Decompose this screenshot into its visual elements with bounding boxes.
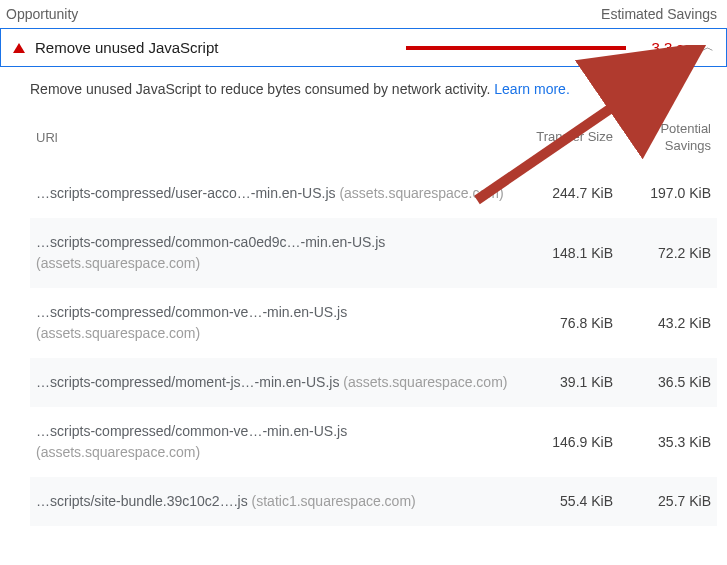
description-text: Remove unused JavaScript to reduce bytes… (30, 81, 494, 97)
resource-url: …scripts-compressed/moment-js…-min.en-US… (36, 372, 515, 393)
table-header: URl Transfer Size Potential Savings (30, 113, 717, 169)
transfer-size: 55.4 KiB (523, 493, 613, 509)
chevron-up-icon[interactable]: ︿ (702, 39, 714, 56)
warning-triangle-icon (13, 43, 25, 53)
resource-url: …scripts/site-bundle.39c10c2….js (static… (36, 491, 515, 512)
savings-bar (406, 46, 626, 50)
table-row[interactable]: …scripts/site-bundle.39c10c2….js (static… (30, 477, 717, 526)
resources-table: URl Transfer Size Potential Savings …scr… (0, 113, 727, 526)
audit-description: Remove unused JavaScript to reduce bytes… (0, 67, 727, 113)
transfer-size: 146.9 KiB (523, 434, 613, 450)
transfer-size: 148.1 KiB (523, 245, 613, 261)
savings-bar-wrap (228, 46, 634, 50)
resource-url: …scripts-compressed/common-ca0ed9c…-min.… (36, 232, 515, 274)
potential-savings: 197.0 KiB (621, 185, 711, 201)
transfer-size: 244.7 KiB (523, 185, 613, 201)
transfer-size: 39.1 KiB (523, 374, 613, 390)
table-row[interactable]: …scripts-compressed/common-ve…-min.en-US… (30, 288, 717, 358)
potential-savings: 25.7 KiB (621, 493, 711, 509)
table-row[interactable]: …scripts-compressed/common-ca0ed9c…-min.… (30, 218, 717, 288)
estimated-savings-label: Estimated Savings (601, 6, 717, 22)
table-body: …scripts-compressed/user-acco…-min.en-US… (30, 169, 717, 526)
resource-url: …scripts-compressed/common-ve…-min.en-US… (36, 302, 515, 344)
transfer-size: 76.8 KiB (523, 315, 613, 331)
opportunity-label: Opportunity (6, 6, 78, 22)
table-row[interactable]: …scripts-compressed/common-ve…-min.en-US… (30, 407, 717, 477)
savings-value: 3.3 s (644, 39, 684, 56)
audit-summary-row[interactable]: Remove unused JavaScript 3.3 s ︿ (0, 28, 727, 67)
learn-more-link[interactable]: Learn more. (494, 81, 569, 97)
table-row[interactable]: …scripts-compressed/moment-js…-min.en-US… (30, 358, 717, 407)
col-transfer-size: Transfer Size (523, 129, 613, 146)
opportunity-header: Opportunity Estimated Savings (0, 0, 727, 28)
col-potential-savings: Potential Savings (621, 121, 711, 155)
table-row[interactable]: …scripts-compressed/user-acco…-min.en-US… (30, 169, 717, 218)
resource-url: …scripts-compressed/user-acco…-min.en-US… (36, 183, 515, 204)
potential-savings: 43.2 KiB (621, 315, 711, 331)
potential-savings: 36.5 KiB (621, 374, 711, 390)
potential-savings: 35.3 KiB (621, 434, 711, 450)
audit-title: Remove unused JavaScript (35, 39, 218, 56)
col-url: URl (36, 130, 515, 145)
potential-savings: 72.2 KiB (621, 245, 711, 261)
resource-url: …scripts-compressed/common-ve…-min.en-US… (36, 421, 515, 463)
